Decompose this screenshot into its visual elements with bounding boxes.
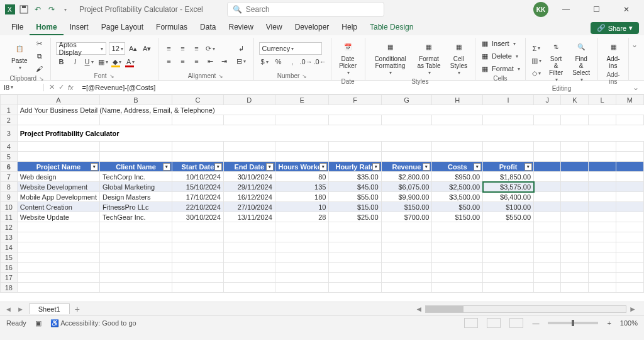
cell[interactable] [17,252,99,263]
column-header-K[interactable]: K [561,95,589,105]
cell[interactable]: FitnessPro LLc [100,202,172,212]
cell[interactable]: 28 [275,212,329,222]
cell[interactable] [589,283,616,293]
cell[interactable] [483,142,534,152]
row-header[interactable]: 6 [1,162,18,172]
column-header-A[interactable]: A [17,95,99,105]
column-header-H[interactable]: H [432,95,483,105]
filter-dropdown-icon[interactable]: ▾ [266,163,274,171]
cell[interactable] [534,152,561,162]
share-button[interactable]: 🔗 Share ▾ [591,22,639,34]
cell[interactable]: $50.00 [432,202,483,212]
font-family-select[interactable]: Aptos Display▾ [56,42,106,55]
save-icon[interactable] [19,4,29,14]
cell[interactable]: $150.00 [381,202,432,212]
cell[interactable]: Mobile App Development [17,192,99,202]
align-top-button[interactable]: ≡ [164,43,175,54]
row-header[interactable]: 5 [1,152,18,162]
cell[interactable] [534,115,561,125]
cell[interactable] [329,222,381,232]
redo-icon[interactable]: ↷ [47,4,57,14]
cell[interactable] [616,172,643,182]
cell[interactable] [589,115,616,125]
cell[interactable] [223,242,275,252]
cell[interactable]: 29/11/2024 [223,182,275,192]
formula-input[interactable]: =[@Revenue]-[@Costs] [79,84,628,91]
cell[interactable] [589,222,616,232]
cell[interactable] [561,162,589,172]
autosum-button[interactable]: Σ▾ [531,43,542,54]
filter-dropdown-icon[interactable]: ▾ [214,163,222,171]
cell[interactable] [561,202,589,212]
page-break-view-button[interactable] [509,318,523,328]
cell[interactable] [172,252,223,263]
cell[interactable]: $25.00 [329,212,381,222]
cell[interactable] [329,263,381,273]
font-color-button[interactable]: A▾ [125,56,136,67]
macro-record-icon[interactable]: ▣ [35,319,42,327]
cell[interactable]: Web design [17,172,99,182]
font-size-select[interactable]: 12▾ [109,42,125,55]
cell[interactable] [223,232,275,242]
cell[interactable] [616,273,643,283]
indent-increase-button[interactable]: ⇥ [219,55,230,67]
tab-formulas[interactable]: Formulas [150,20,194,35]
cell[interactable] [100,263,172,273]
cell[interactable] [616,222,643,232]
cell[interactable] [561,222,589,232]
find-select-button[interactable]: 🔍Find & Select▾ [570,38,592,84]
row-header[interactable]: 7 [1,172,18,182]
cell[interactable] [275,263,329,273]
cell[interactable] [17,283,99,293]
cell[interactable] [172,283,223,293]
tab-page-layout[interactable]: Page Layout [95,20,150,35]
cell[interactable] [534,263,561,273]
increase-font-button[interactable]: A▴ [128,43,139,54]
cell[interactable] [172,142,223,152]
cell[interactable] [534,192,561,202]
cell[interactable] [561,192,589,202]
cell[interactable]: $2,500.00 [432,182,483,192]
column-header-G[interactable]: G [381,95,432,105]
cell[interactable]: 80 [275,172,329,182]
cell[interactable] [589,172,616,182]
cell[interactable] [561,283,589,293]
format-as-table-button[interactable]: ▦Format as Table▾ [414,38,444,77]
cell[interactable]: $2,800.00 [381,172,432,182]
table-header[interactable]: Profit▾ [483,162,534,172]
table-header[interactable]: End Date▾ [223,162,275,172]
cell[interactable] [483,283,534,293]
row-header[interactable]: 12 [1,222,18,232]
decrease-decimal-button[interactable]: .0← [314,56,326,67]
column-header-L[interactable]: L [589,95,616,105]
copy-button[interactable]: ⧉ [34,50,45,62]
add-sheet-button[interactable]: + [75,304,80,314]
cell[interactable]: $45.00 [329,182,381,192]
cell[interactable] [616,202,643,212]
cell[interactable] [100,232,172,242]
horizontal-scrollbar[interactable]: ◄ ► [85,305,639,314]
cell[interactable] [534,182,561,192]
cell[interactable]: $100.00 [483,202,534,212]
cell[interactable] [534,222,561,232]
enter-formula-button[interactable]: ✓ [58,83,64,91]
cell[interactable] [17,263,99,273]
cell[interactable]: 30/10/2024 [223,172,275,182]
cell[interactable] [100,252,172,263]
cell[interactable] [534,202,561,212]
fx-button[interactable]: fx [68,84,74,91]
cell[interactable] [381,232,432,242]
column-header-E[interactable]: E [275,95,329,105]
tab-home[interactable]: Home [30,20,63,35]
cell[interactable] [223,115,275,125]
underline-button[interactable]: U▾ [84,56,95,67]
table-header[interactable]: Project Name▾ [17,162,99,172]
indent-decrease-button[interactable]: ⇤ [205,55,216,67]
cell[interactable] [17,222,99,232]
addins-button[interactable]: ▦Add-ins [603,38,623,71]
cell[interactable]: Add Your Business Detail (Name, Address,… [17,105,643,115]
cell[interactable] [589,192,616,202]
cell[interactable]: 135 [275,182,329,192]
expand-formula-button[interactable]: ⌄ [628,83,644,92]
maximize-button[interactable]: ☐ [584,1,609,18]
